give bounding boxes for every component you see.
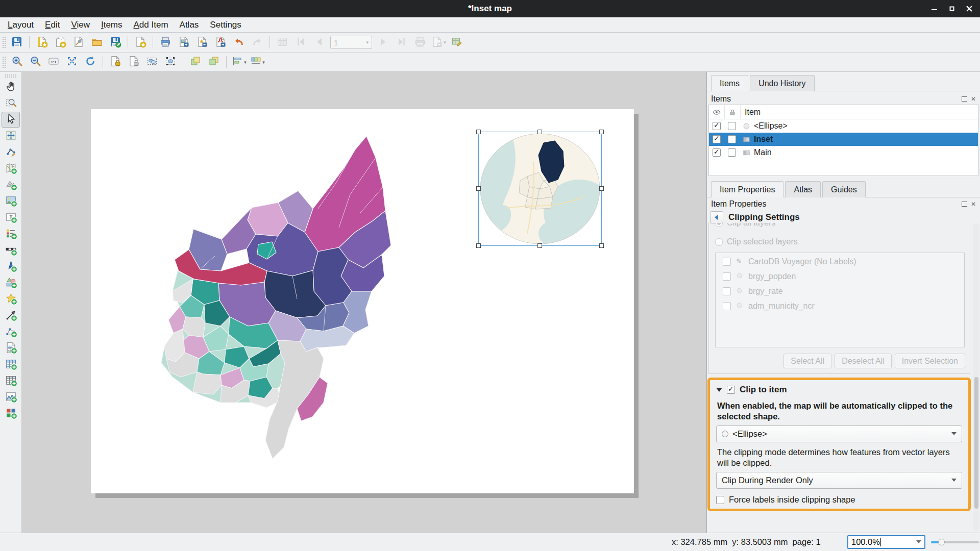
pan-layout-tool[interactable]	[2, 79, 20, 95]
add-legend-tool[interactable]	[2, 226, 20, 242]
visibility-checkbox[interactable]	[713, 135, 721, 143]
inset-map-item[interactable]	[478, 132, 602, 246]
undock-panel-icon[interactable]	[962, 96, 967, 102]
lock-checkbox[interactable]	[728, 135, 736, 143]
resize-handle-ne[interactable]	[599, 130, 604, 134]
export-as-svg-button[interactable]	[193, 35, 211, 50]
raise-selected-items-button[interactable]	[187, 55, 204, 70]
add-3d-map-tool[interactable]	[2, 177, 20, 193]
move-item-content-tool[interactable]	[2, 128, 20, 144]
add-html-frame-tool[interactable]: </>	[2, 340, 20, 356]
visibility-checkbox[interactable]	[713, 148, 721, 157]
align-items-button[interactable]: ▾	[230, 55, 248, 70]
menu-view[interactable]: View	[65, 18, 95, 32]
resize-handle-s[interactable]	[537, 243, 542, 248]
resize-handle-e[interactable]	[599, 186, 604, 191]
layout-canvas[interactable]	[22, 72, 706, 533]
item-row-inset[interactable]: Inset	[709, 133, 978, 146]
zoom-full-extent-button[interactable]	[63, 55, 81, 70]
zoom-actual-size-button[interactable]: 1:1	[45, 55, 62, 70]
atlas-settings-button[interactable]	[448, 35, 465, 50]
layer-checkbox[interactable]	[723, 287, 731, 295]
new-layout-button[interactable]	[33, 35, 51, 50]
redo-button[interactable]	[249, 35, 266, 50]
export-as-pdf-button[interactable]	[212, 35, 229, 50]
layout-page[interactable]	[91, 109, 634, 493]
preview-atlas-button[interactable]	[274, 35, 291, 50]
force-labels-checkbox[interactable]	[716, 496, 724, 504]
item-row-ellipse[interactable]: <Ellipse>	[709, 119, 978, 133]
lower-selected-items-button[interactable]	[205, 55, 223, 70]
distribute-items-button[interactable]: ▾	[249, 55, 266, 70]
resize-handle-sw[interactable]	[476, 243, 481, 248]
unlock-all-items-button[interactable]	[125, 55, 142, 70]
close-panel-icon[interactable]: ✕	[971, 96, 976, 102]
resize-handle-nw[interactable]	[476, 130, 481, 134]
add-node-item-tool[interactable]	[2, 324, 20, 340]
print-layout-button[interactable]	[157, 35, 174, 50]
undo-button[interactable]	[230, 35, 248, 50]
add-shape-tool[interactable]	[2, 275, 20, 291]
back-button[interactable]	[710, 211, 723, 223]
zoom-level-input[interactable]: 100.0%	[847, 535, 925, 549]
group-items-button[interactable]	[143, 55, 161, 70]
add-label-tool[interactable]: T	[2, 210, 20, 226]
layer-checkbox[interactable]	[723, 302, 731, 310]
layer-row-adm-municity-ncr[interactable]: adm_municity_ncr	[723, 299, 964, 312]
close-properties-icon[interactable]: ✕	[971, 202, 976, 207]
lock-selected-items-button[interactable]	[107, 55, 124, 70]
add-attribute-table-tool[interactable]	[2, 357, 20, 372]
minimize-icon[interactable]	[926, 0, 943, 17]
select-move-item-tool[interactable]	[2, 112, 20, 128]
slider-knob[interactable]	[938, 539, 945, 545]
menu-layout[interactable]: Layout	[2, 18, 39, 32]
resize-handle-w[interactable]	[476, 186, 481, 191]
clip-to-item-checkbox[interactable]	[727, 386, 735, 394]
zoom-out-button[interactable]	[27, 55, 44, 70]
clip-shape-combobox[interactable]: <Ellipse>	[716, 425, 962, 442]
close-icon[interactable]	[961, 0, 978, 17]
edit-nodes-item-tool[interactable]	[2, 144, 20, 160]
select-all-button[interactable]: Select All	[783, 354, 831, 368]
resize-handle-n[interactable]	[537, 130, 542, 134]
deselect-all-button[interactable]: Deselect All	[835, 354, 892, 368]
clip-selected-layers-radio[interactable]	[715, 238, 723, 246]
last-feature-button[interactable]	[393, 35, 410, 50]
add-marker-tool[interactable]	[2, 291, 20, 307]
save-as-template-button[interactable]	[132, 35, 149, 50]
menu-edit[interactable]: Edit	[39, 18, 65, 32]
first-feature-button[interactable]	[292, 35, 309, 50]
add-map-tool[interactable]	[2, 161, 20, 177]
main-map-item[interactable]	[144, 123, 395, 463]
toolbar-drag-handle[interactable]	[2, 36, 6, 48]
clip-to-item-header[interactable]: Clip to item	[716, 384, 962, 396]
layer-checkbox[interactable]	[723, 258, 731, 266]
layer-row-brgy-popden[interactable]: brgy_popden	[723, 270, 964, 283]
restore-icon[interactable]	[943, 0, 961, 17]
add-fixed-table-tool[interactable]	[2, 373, 20, 389]
add-dynamic-text-tool[interactable]	[2, 406, 20, 421]
print-atlas-button[interactable]	[411, 35, 429, 50]
save-as-button[interactable]	[107, 35, 124, 50]
zoom-in-button[interactable]	[8, 55, 26, 70]
export-atlas-button[interactable]: ▾	[430, 35, 447, 50]
clip-selected-layers-option[interactable]: Clip selected layers	[715, 237, 798, 246]
tab-guides[interactable]: Guides	[822, 181, 866, 197]
refresh-view-button[interactable]	[82, 55, 99, 70]
open-layout-button[interactable]	[88, 35, 106, 50]
clip-all-layers-option[interactable]: Clip all layers	[715, 223, 775, 228]
menu-settings[interactable]: Settings	[204, 18, 247, 32]
save-project-button[interactable]	[8, 35, 26, 50]
menu-add-item[interactable]: Add Item	[128, 18, 174, 32]
toolbar-drag-handle[interactable]	[2, 56, 6, 68]
invert-selection-button[interactable]: Invert Selection	[895, 354, 965, 368]
scrollbar-thumb[interactable]	[974, 377, 978, 509]
tab-items[interactable]: Items	[711, 75, 748, 91]
layer-row-cartodb-voyager-no-labels-[interactable]: CartoDB Voyager (No Labels)	[723, 255, 964, 268]
tab-atlas[interactable]: Atlas	[785, 181, 821, 197]
atlas-page-spinbox[interactable]: 1▾	[330, 36, 372, 49]
tab-item-properties[interactable]: Item Properties	[711, 181, 783, 197]
menu-items[interactable]: Items	[95, 18, 128, 32]
zoom-tool-tool[interactable]	[2, 95, 20, 111]
add-elevation-profile-tool[interactable]	[2, 389, 20, 405]
